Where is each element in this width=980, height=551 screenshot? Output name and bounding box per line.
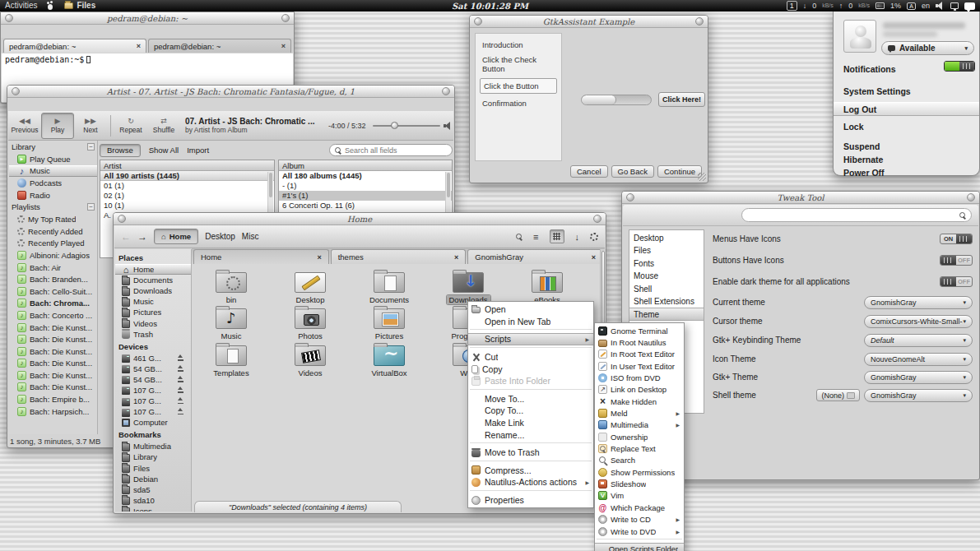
zoom-down-icon[interactable]: ↓	[575, 232, 580, 242]
music-search[interactable]	[329, 144, 453, 156]
terminal-tab[interactable]: pedram@debian: ~ ×	[148, 39, 291, 53]
close-icon[interactable]: ×	[317, 253, 321, 262]
files-tab[interactable]: Home×	[193, 249, 329, 264]
gear-icon[interactable]	[590, 233, 598, 241]
scripts-menu-item[interactable]: Vim	[595, 490, 684, 502]
context-menu-item[interactable]: Copy To...	[468, 405, 593, 417]
file-icon[interactable]: Videos	[271, 341, 350, 378]
file-icon[interactable]: bin	[192, 268, 271, 305]
playlist-item[interactable]: Recently Played	[9, 238, 97, 250]
path-button-home[interactable]: ⌂ Home	[154, 229, 198, 244]
file-icon[interactable]: Desktop	[271, 268, 350, 305]
activities-button[interactable]: Activities	[5, 0, 37, 12]
tweak-titlebar[interactable]: Tweak Tool	[622, 192, 979, 204]
sidebar-place[interactable]: Videos	[115, 317, 191, 328]
avatar[interactable]	[843, 20, 876, 53]
tweak-search[interactable]	[741, 208, 972, 222]
file-icon[interactable]: Photos	[271, 305, 350, 342]
playlist-item[interactable]: Albinoni: Adagios	[9, 249, 97, 262]
scripts-menu-item[interactable]: Search	[595, 455, 684, 466]
file-icon[interactable]: Downloads	[429, 268, 508, 305]
keyboard-indicator-icon[interactable]: A	[907, 2, 916, 10]
toggle-off[interactable]: OFF	[940, 255, 973, 266]
terminal-titlebar[interactable]: pedram@debian: ~	[1, 12, 294, 25]
scripts-menu-item[interactable]: Ownership	[595, 431, 684, 442]
playlist-item[interactable]: Bach: Die Kunst...	[9, 358, 97, 370]
artist-column-header[interactable]: Artist	[100, 160, 274, 171]
tweak-category[interactable]: Shell Extensions	[629, 295, 704, 308]
play-button[interactable]: ▶Play	[41, 113, 74, 139]
playlist-item[interactable]: My Top Rated	[9, 213, 97, 225]
scripts-menu-item[interactable]: Slideshow	[595, 478, 684, 489]
scripts-menu-item[interactable]: Link on Desktop	[595, 384, 684, 396]
sidebar-device[interactable]: 461 G...	[115, 353, 191, 363]
seek-slider[interactable]	[373, 122, 440, 130]
menu-item-system-settings[interactable]: System Settings	[843, 86, 911, 96]
cursor-theme-dropdown[interactable]: ComixCursors-White-Small-Slim▾	[864, 315, 973, 328]
sidebar-place[interactable]: Trash	[115, 329, 191, 340]
sidebar-device[interactable]: 107 G...	[115, 406, 191, 417]
display-icon[interactable]	[950, 2, 959, 9]
app-menu[interactable]: Files	[64, 0, 95, 12]
playlist-item[interactable]: Bach: Air	[9, 262, 97, 274]
files-tab[interactable]: GnomishGray×	[467, 249, 603, 264]
files-titlebar[interactable]: Home	[114, 213, 606, 225]
sidebar-place[interactable]: Documents	[115, 275, 191, 285]
scripts-menu-item[interactable]: ISO from DVD	[595, 372, 684, 383]
shuffle-button[interactable]: ⇄Shuffle	[147, 113, 180, 139]
context-menu-item[interactable]: Make Link	[468, 417, 593, 429]
tweak-category[interactable]: Shell	[629, 283, 704, 295]
context-menu-item[interactable]: Nautilus-Actions actions ▶	[468, 476, 593, 488]
sidebar-place[interactable]: Music	[115, 296, 191, 307]
tweak-category[interactable]: Desktop	[629, 232, 704, 244]
scripts-menu-item[interactable]: Which Package	[595, 502, 684, 513]
playlist-item[interactable]: Bach: Concerto ...	[9, 309, 97, 322]
import-button[interactable]: Import	[187, 146, 209, 155]
artist-row[interactable]: 10 (1)	[100, 201, 274, 211]
sidebar-device[interactable]: 107 G...	[115, 396, 191, 406]
tweak-category[interactable]: Files	[629, 244, 704, 257]
playlist-item[interactable]: Bach: Die Kunst...	[9, 322, 97, 334]
terminal-tab[interactable]: pedram@debian: ~ ×	[3, 39, 146, 53]
file-icon[interactable]: Templates	[192, 341, 271, 378]
workspace-indicator[interactable]: 1	[787, 1, 797, 11]
album-row[interactable]: All 180 albums (1445)	[279, 171, 452, 181]
volume-button-icon[interactable]	[444, 122, 453, 130]
menu-item-lock[interactable]: Lock	[843, 122, 864, 132]
seek-knob[interactable]	[391, 122, 398, 129]
playlist-item[interactable]: Recently Added	[9, 225, 97, 238]
scripts-menu-item[interactable]: Write to CD ▶	[595, 514, 684, 526]
context-menu-item[interactable]: Open in New Tab	[468, 316, 593, 328]
gtk-theme-dropdown[interactable]: GnomishGray▾	[864, 371, 973, 384]
playlist-item[interactable]: Bach: Empire b...	[9, 393, 97, 405]
file-icon[interactable]: Music	[192, 305, 271, 342]
cancel-button[interactable]: Cancel	[570, 165, 608, 178]
eject-button[interactable]	[177, 408, 184, 415]
keyboard-layout[interactable]: en	[922, 0, 930, 12]
collapse-icon[interactable]: −	[87, 143, 95, 150]
album-row[interactable]: - (1)	[279, 181, 452, 191]
sidebar-device[interactable]: 54 GB...	[115, 374, 191, 385]
artist-row[interactable]: 02 (1)	[100, 191, 274, 201]
context-menu-item[interactable]: Cut	[468, 351, 593, 363]
close-icon[interactable]: ×	[137, 42, 141, 50]
playlist-item[interactable]: Bach: Die Kunst...	[9, 369, 97, 382]
scripts-menu-item[interactable]: Multimedia ▶	[595, 419, 684, 431]
eject-button[interactable]	[177, 365, 184, 373]
sidebar-place[interactable]: Downloads	[115, 285, 191, 296]
shell-theme-file-button[interactable]: (None)	[816, 389, 860, 401]
list-view-icon[interactable]: ≡	[533, 232, 538, 242]
sidebar-bookmark[interactable]: Files	[115, 463, 191, 474]
scripts-menu-item[interactable]: Replace Text	[595, 442, 684, 454]
go-back-button[interactable]: Go Back	[611, 165, 654, 178]
eject-button[interactable]	[177, 354, 184, 362]
sidebar-device[interactable]: 107 G...	[115, 385, 191, 396]
search-icon[interactable]	[516, 234, 523, 240]
eject-button[interactable]	[177, 376, 184, 383]
library-item[interactable]: Radio	[9, 189, 97, 201]
sidebar-bookmark[interactable]: sda10	[115, 495, 191, 506]
assistant-titlebar[interactable]: GtkAssistant Example	[470, 16, 708, 28]
gnome-footprint-icon[interactable]	[47, 2, 54, 10]
click-here-button[interactable]: Click Here!	[658, 92, 705, 107]
artist-row[interactable]: All 190 artists (1445)	[100, 171, 274, 181]
